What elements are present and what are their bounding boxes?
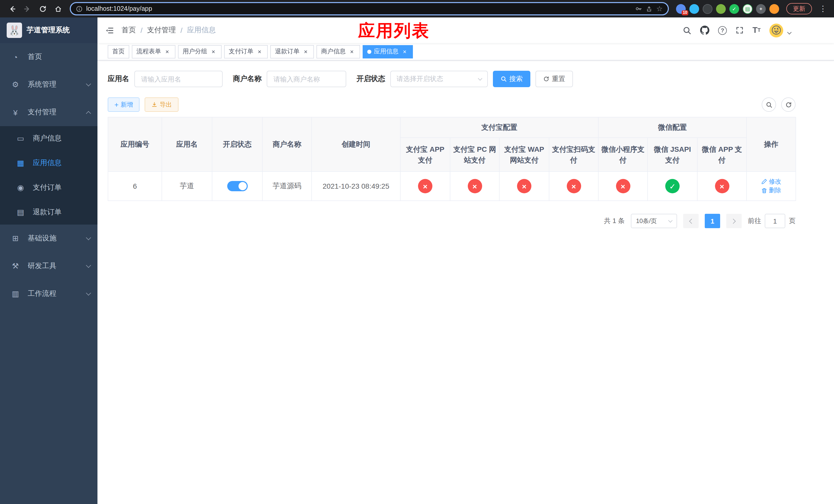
sidebar-item-workflow[interactable]: ▥ 工作流程 (0, 280, 97, 307)
sidebar: 🐰 芋道管理系统 ◔ 首页 ⚙ 系统管理 ¥ 支付管理 (0, 18, 97, 504)
extension-icon-5[interactable]: ✓ (729, 4, 739, 14)
search-button[interactable]: 搜索 (493, 71, 530, 87)
tab-close-icon[interactable] (256, 48, 263, 55)
sidebar-item-home[interactable]: ◔ 首页 (0, 43, 97, 71)
sidebar-menu: ◔ 首页 ⚙ 系统管理 ¥ 支付管理 ▭ 商户信息 (0, 43, 97, 504)
tab-close-icon[interactable] (210, 48, 217, 55)
status-select[interactable]: 请选择开启状态 (390, 71, 488, 87)
profile-avatar-icon[interactable] (769, 4, 779, 14)
page-size-select[interactable]: 10条/页 (631, 214, 677, 228)
tab-merchant-info[interactable]: 商户信息 (316, 45, 360, 58)
extension-icon-6[interactable]: ▤ (743, 4, 752, 14)
current-page-button[interactable]: 1 (705, 214, 720, 228)
delete-button[interactable]: 删除 (761, 186, 781, 195)
pagination: 共 1 条 10条/页 1 前往 页 (108, 214, 795, 228)
browser-update-button[interactable]: 更新 (786, 3, 812, 14)
back-button[interactable] (5, 2, 19, 15)
tab-pay-order[interactable]: 支付订单 (224, 45, 268, 58)
sidebar-item-devtools[interactable]: ⚒ 研发工具 (0, 252, 97, 280)
page-title-marker: 应用列表 (358, 20, 430, 43)
help-icon[interactable] (718, 26, 727, 35)
tabs-bar: 首页 流程表单 用户分组 支付订单 退款订单 (97, 43, 834, 61)
breadcrumb-home[interactable]: 首页 (122, 26, 136, 35)
payment-submenu: ▭ 商户信息 ▦ 应用信息 ◉ 支付订单 ▤ 退款订单 (0, 126, 97, 225)
logo-bar[interactable]: 🐰 芋道管理系统 (0, 18, 97, 43)
cell-wechat-app: × (697, 171, 747, 201)
app-name-input[interactable] (134, 71, 223, 87)
site-info-icon[interactable] (76, 5, 83, 12)
reset-button[interactable]: 重置 (535, 71, 573, 87)
merchant-name-input[interactable] (267, 71, 346, 87)
breadcrumb: 首页 / 支付管理 / 应用信息 (122, 26, 216, 35)
search-icon[interactable] (683, 26, 692, 35)
tab-close-icon[interactable] (163, 48, 171, 55)
grid-icon: ▦ (15, 158, 26, 168)
fullscreen-icon[interactable] (736, 26, 744, 35)
breadcrumb-payment[interactable]: 支付管理 (147, 26, 176, 35)
share-icon[interactable] (646, 5, 653, 12)
add-button[interactable]: 新增 (108, 97, 139, 112)
edit-button[interactable]: 修改 (761, 177, 781, 186)
sidebar-item-pay-order[interactable]: ◉ 支付订单 (0, 175, 97, 200)
chevron-down-icon (86, 263, 91, 268)
prev-page-button[interactable] (683, 214, 699, 228)
tab-close-icon[interactable] (302, 48, 309, 55)
extension-icon-2[interactable] (689, 4, 699, 14)
document-icon: ▤ (15, 208, 26, 217)
chevron-down-icon (668, 218, 673, 223)
browser-menu-icon[interactable]: ⋮ (817, 4, 829, 13)
tab-process-form[interactable]: 流程表单 (132, 45, 175, 58)
status-toggle[interactable] (227, 181, 247, 191)
export-button[interactable]: 导出 (145, 97, 178, 112)
home-button[interactable] (51, 2, 65, 15)
page-unit-label: 页 (789, 216, 795, 226)
tab-app-info[interactable]: 应用信息 (363, 45, 413, 58)
sidebar-item-merchant-info[interactable]: ▭ 商户信息 (0, 126, 97, 151)
app-frame: 🐰 芋道管理系统 ◔ 首页 ⚙ 系统管理 ¥ 支付管理 (0, 18, 834, 504)
sidebar-item-refund-order[interactable]: ▤ 退款订单 (0, 200, 97, 225)
extension-icon-1[interactable]: 10 (676, 4, 686, 14)
table-mini-actions (762, 97, 795, 112)
tab-close-icon[interactable] (348, 48, 355, 55)
sidebar-item-payment[interactable]: ¥ 支付管理 (0, 98, 97, 126)
next-page-button[interactable] (726, 214, 742, 228)
main-area: 首页 / 支付管理 / 应用信息 应用列表 (97, 18, 834, 504)
col-alipay-pc: 支付宝 PC 网站支付 (450, 138, 499, 171)
app-name-label: 应用名 (108, 74, 129, 84)
col-wechat-app: 微信 APP 支付 (697, 138, 747, 171)
sidebar-item-infrastructure[interactable]: ⊞ 基础设施 (0, 225, 97, 252)
group-wechat-config: 微信配置 (598, 117, 747, 138)
chevron-down-icon (86, 291, 91, 296)
user-avatar[interactable]: 😜 (769, 23, 783, 37)
sidebar-item-system[interactable]: ⚙ 系统管理 (0, 71, 97, 98)
col-alipay-app: 支付宝 APP 支付 (400, 138, 450, 171)
reload-button[interactable] (36, 2, 49, 15)
tab-close-icon[interactable] (401, 48, 408, 55)
table-row: 6 芋道 芋道源码 2021-10-23 08:49:25 × × × × × (108, 171, 796, 201)
extensions-area: 10 ✓ ▤ ✦ (676, 4, 779, 14)
goto-page-input[interactable] (765, 214, 785, 228)
hamburger-icon[interactable] (97, 18, 122, 43)
avatar-caret-icon[interactable] (787, 30, 792, 35)
extension-badge: 10 (682, 10, 688, 15)
extension-icon-3[interactable] (703, 4, 712, 14)
sidebar-item-app-info[interactable]: ▦ 应用信息 (0, 151, 97, 175)
url-bar[interactable]: localhost:1024/pay/app ☆ (70, 2, 669, 15)
bookmark-star-icon[interactable]: ☆ (656, 5, 663, 12)
password-key-icon[interactable] (635, 5, 642, 12)
table-toolbar: 新增 导出 (108, 97, 795, 112)
col-alipay-wap: 支付宝 WAP 网站支付 (499, 138, 549, 171)
tab-user-group[interactable]: 用户分组 (178, 45, 222, 58)
tab-home[interactable]: 首页 (108, 45, 129, 58)
refresh-icon[interactable] (781, 97, 795, 112)
forward-button[interactable] (21, 2, 34, 15)
tab-refund-order[interactable]: 退款订单 (270, 45, 314, 58)
filter-form: 应用名 商户名称 开启状态 请选择开启状态 搜索 (108, 71, 824, 87)
font-size-icon[interactable] (752, 26, 761, 35)
extension-icon-7[interactable]: ✦ (756, 4, 766, 14)
url-text[interactable]: localhost:1024/pay/app (86, 5, 632, 12)
page-content: 应用名 商户名称 开启状态 请选择开启状态 搜索 (97, 61, 834, 504)
hide-search-icon[interactable] (762, 97, 776, 112)
extension-icon-4[interactable] (716, 4, 726, 14)
github-icon[interactable] (700, 26, 709, 35)
